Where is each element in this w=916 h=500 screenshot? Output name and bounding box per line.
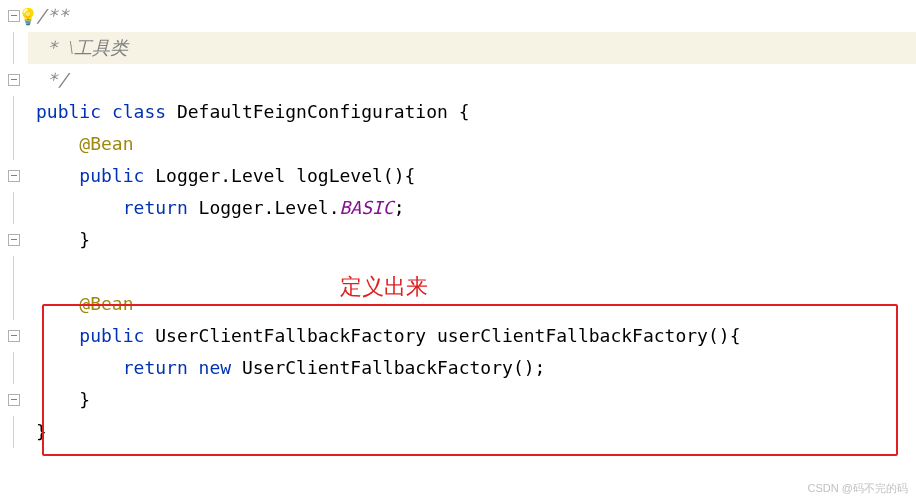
type-name: Logger xyxy=(155,165,220,186)
gutter-row xyxy=(0,96,28,128)
fold-icon[interactable] xyxy=(8,330,20,342)
code-line[interactable]: } xyxy=(28,384,916,416)
keyword: public xyxy=(79,325,144,346)
gutter-row xyxy=(0,352,28,384)
gutter-row[interactable] xyxy=(0,224,28,256)
annotation: @Bean xyxy=(79,293,133,314)
code-line[interactable]: public Logger.Level logLevel(){ xyxy=(28,160,916,192)
type-name: Logger xyxy=(199,197,264,218)
fold-icon[interactable] xyxy=(8,394,20,406)
code-line[interactable]: public UserClientFallbackFactory userCli… xyxy=(28,320,916,352)
type-name: Level xyxy=(231,165,285,186)
gutter-row xyxy=(0,416,28,448)
keyword: public xyxy=(79,165,144,186)
editor-gutter: 💡 xyxy=(0,0,28,500)
gutter-row xyxy=(0,192,28,224)
comment-text: /** xyxy=(36,5,69,26)
code-content[interactable]: /** * \工具类 */ public class DefaultFeignC… xyxy=(28,0,916,500)
method-name: logLevel xyxy=(296,165,383,186)
gutter-row[interactable]: 💡 xyxy=(0,0,28,32)
gutter-row xyxy=(0,128,28,160)
type-name: UserClientFallbackFactory xyxy=(242,357,513,378)
code-line[interactable]: @Bean xyxy=(28,288,916,320)
gutter-row xyxy=(0,32,28,64)
code-line[interactable]: } xyxy=(28,416,916,448)
static-field: BASIC xyxy=(339,197,393,218)
fold-icon[interactable] xyxy=(8,74,20,86)
watermark-text: CSDN @码不完的码 xyxy=(808,481,908,496)
code-line[interactable]: return Logger.Level.BASIC; xyxy=(28,192,916,224)
comment-text: */ xyxy=(36,69,69,90)
gutter-row[interactable] xyxy=(0,160,28,192)
gutter-row[interactable] xyxy=(0,384,28,416)
comment-text: \工具类 xyxy=(69,38,128,58)
code-line[interactable] xyxy=(28,256,916,288)
comment-prefix: * xyxy=(36,37,69,58)
code-line[interactable]: /** xyxy=(28,0,916,32)
brace: } xyxy=(79,389,90,410)
method-name: userClientFallbackFactory xyxy=(437,325,708,346)
type-name: Level xyxy=(274,197,328,218)
code-line[interactable]: public class DefaultFeignConfiguration { xyxy=(28,96,916,128)
brace: } xyxy=(36,421,47,442)
fold-icon[interactable] xyxy=(8,234,20,246)
keyword: return xyxy=(123,197,188,218)
brace: { xyxy=(448,101,470,122)
code-editor: 💡 /** * \工具类 */ public class DefaultFeig… xyxy=(0,0,916,500)
brace: } xyxy=(79,229,90,250)
code-line[interactable]: } xyxy=(28,224,916,256)
code-line[interactable]: return new UserClientFallbackFactory(); xyxy=(28,352,916,384)
fold-icon[interactable] xyxy=(8,170,20,182)
gutter-row xyxy=(0,288,28,320)
code-line[interactable]: * \工具类 xyxy=(28,32,916,64)
keyword: class xyxy=(112,101,166,122)
gutter-row[interactable] xyxy=(0,320,28,352)
keyword: return xyxy=(123,357,188,378)
annotation: @Bean xyxy=(79,133,133,154)
type-name: UserClientFallbackFactory xyxy=(155,325,426,346)
code-line[interactable]: */ xyxy=(28,64,916,96)
gutter-row[interactable] xyxy=(0,64,28,96)
class-name: DefaultFeignConfiguration xyxy=(177,101,448,122)
keyword: public xyxy=(36,101,101,122)
code-line[interactable]: @Bean xyxy=(28,128,916,160)
gutter-row xyxy=(0,256,28,288)
keyword: new xyxy=(199,357,232,378)
